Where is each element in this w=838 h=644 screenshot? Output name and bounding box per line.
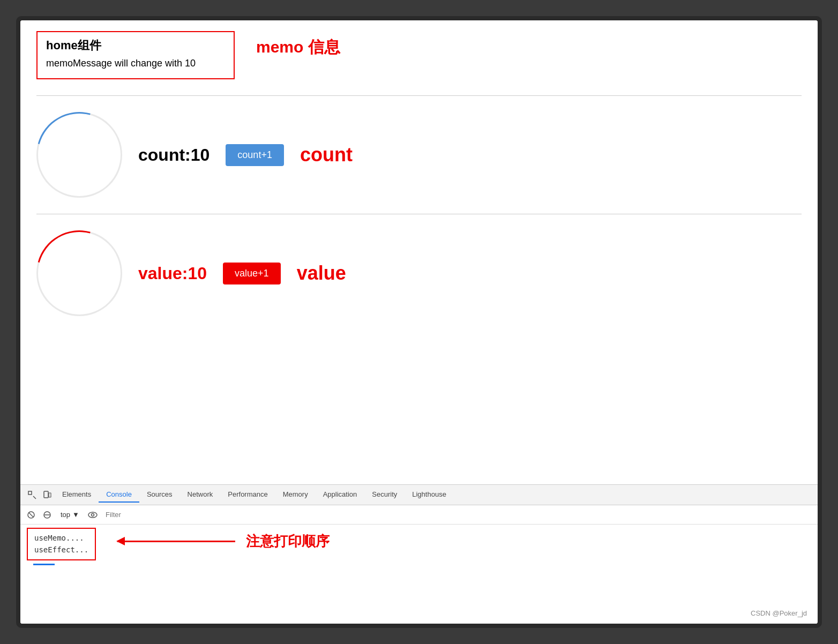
count-text: count:10 bbox=[138, 145, 209, 165]
svg-point-8 bbox=[88, 512, 97, 518]
value-spinner bbox=[36, 230, 122, 316]
device-icon[interactable] bbox=[40, 488, 55, 503]
tab-sources[interactable]: Sources bbox=[139, 487, 180, 503]
count-spinner bbox=[36, 112, 122, 198]
value-plus-button[interactable]: value+1 bbox=[223, 263, 281, 284]
filter-input[interactable] bbox=[102, 510, 813, 520]
devtools-toolbar: top ▼ bbox=[20, 505, 818, 525]
divider-1 bbox=[36, 95, 802, 96]
console-output: useMemo.... useEffect... 注意打印顺序 bbox=[20, 525, 818, 624]
clear-console-icon[interactable] bbox=[25, 508, 38, 521]
eye-icon[interactable] bbox=[86, 508, 99, 521]
svg-line-1 bbox=[33, 496, 36, 499]
top-dropdown-label: top bbox=[61, 511, 70, 519]
tab-security[interactable]: Security bbox=[364, 487, 405, 503]
svg-rect-3 bbox=[49, 493, 51, 497]
tab-network[interactable]: Network bbox=[180, 487, 221, 503]
csdn-watermark: CSDN @Poker_jd bbox=[751, 609, 807, 617]
tab-lighthouse[interactable]: Lighthouse bbox=[405, 487, 454, 503]
tab-application[interactable]: Application bbox=[316, 487, 365, 503]
annotation-text: 注意打印顺序 bbox=[246, 532, 330, 551]
tab-performance[interactable]: Performance bbox=[220, 487, 275, 503]
red-box: home组件 memoMessage will change with 10 bbox=[36, 31, 235, 79]
annotation-arrow bbox=[117, 541, 235, 542]
tab-elements[interactable]: Elements bbox=[55, 487, 99, 503]
value-section: value:10 value+1 value bbox=[36, 220, 802, 327]
outer-frame: home组件 memoMessage will change with 10 m… bbox=[16, 16, 822, 628]
devtools-bottom: useMemo.... useEffect... 注意打印顺序 CSDN @Po… bbox=[20, 525, 818, 624]
memo-label: memo 信息 bbox=[256, 36, 340, 58]
console-log-line-2: useEffect... bbox=[34, 544, 88, 556]
devtools-panel: Elements Console Sources Network Perform… bbox=[20, 484, 818, 624]
block-icon[interactable] bbox=[41, 508, 54, 521]
red-box-title: home组件 bbox=[46, 38, 225, 54]
annotation-area: 注意打印顺序 bbox=[117, 532, 330, 551]
chevron-down-icon: ▼ bbox=[72, 511, 79, 519]
value-text: value:10 bbox=[138, 264, 207, 283]
count-plus-button[interactable]: count+1 bbox=[226, 144, 284, 166]
top-section: home组件 memoMessage will change with 10 m… bbox=[36, 31, 802, 79]
svg-point-9 bbox=[91, 513, 94, 516]
arrow-line bbox=[117, 541, 235, 542]
svg-line-5 bbox=[29, 513, 33, 517]
tab-memory[interactable]: Memory bbox=[275, 487, 316, 503]
console-log-line-1: useMemo.... bbox=[34, 532, 88, 544]
browser-content: home组件 memoMessage will change with 10 m… bbox=[20, 20, 818, 624]
main-area: home组件 memoMessage will change with 10 m… bbox=[20, 20, 818, 484]
red-box-subtitle: memoMessage will change with 10 bbox=[46, 58, 225, 69]
console-log-box: useMemo.... useEffect... bbox=[27, 528, 96, 560]
value-section-label: value bbox=[297, 262, 346, 284]
top-dropdown[interactable]: top ▼ bbox=[57, 509, 83, 520]
count-section: count:10 count+1 count bbox=[36, 101, 802, 208]
tab-console[interactable]: Console bbox=[99, 487, 139, 503]
divider-2 bbox=[36, 214, 802, 214]
spinner-arc-red bbox=[21, 215, 138, 332]
svg-rect-2 bbox=[44, 491, 48, 498]
inspect-icon[interactable] bbox=[25, 488, 40, 503]
devtools-tabs: Elements Console Sources Network Perform… bbox=[20, 485, 818, 505]
spinner-arc-blue bbox=[21, 96, 138, 214]
svg-rect-0 bbox=[28, 491, 32, 495]
count-section-label: count bbox=[300, 144, 353, 166]
bottom-blue-line bbox=[33, 564, 55, 565]
